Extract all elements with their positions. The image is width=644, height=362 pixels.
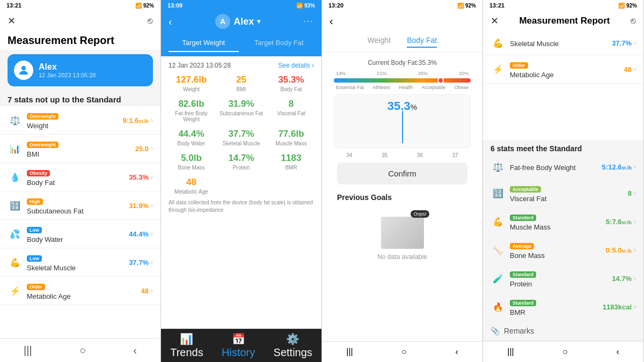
p4-value-1: 8 <box>628 189 632 197</box>
p4-badge-2: Standard <box>510 212 606 222</box>
p4-nav: ||| ○ ‹ <box>483 341 643 362</box>
p2-more-icon[interactable]: ··· <box>304 17 314 26</box>
p2-grid: 127.6lb Weight 25 BMI 35.3% Body Fat 82.… <box>169 75 314 195</box>
p2-stat-item: 35.3% Body Fat <box>268 75 314 92</box>
tab-body-fat[interactable]: Body Fat <box>407 36 437 48</box>
p3-back-icon[interactable]: ‹ <box>330 15 333 27</box>
p4-top-stat-item[interactable]: ⚡ Older Metabolic Age 48 › <box>483 55 643 84</box>
p2-back-icon[interactable]: ‹ <box>169 16 172 28</box>
p4-stat-item[interactable]: 🔢 Acceptable Visceral Fat 8 › <box>483 179 643 208</box>
nav-back-icon-1[interactable]: ‹ <box>133 344 137 357</box>
p2-stat-item: 5.0lb Bone Mass <box>169 153 214 171</box>
list-item[interactable]: 🔢 High Subcutaneous Fat 31.9% › <box>0 191 160 220</box>
p2-avatar: A <box>215 14 230 29</box>
page-title-1: Measurement Report <box>0 31 160 50</box>
p4-stat-item[interactable]: 🦴 Average Bone Mass 0:5.0st.lb › <box>483 236 643 264</box>
p4-arrow-4: › <box>634 275 636 282</box>
p4-value-5: 1183kcal <box>603 303 632 311</box>
p2-stat-val-1: 25 <box>218 75 264 85</box>
list-item[interactable]: 💦 Low Body Water 44.4% › <box>0 220 160 248</box>
p4-icon-3: 🦴 <box>491 242 506 257</box>
p4-share-icon[interactable]: ⎋ <box>631 16 636 26</box>
p3-nav: ||| ○ ‹ <box>322 341 482 362</box>
p2-nav-label-2: Settings <box>274 346 312 359</box>
p3-chart-area: 35.3% <box>334 94 471 148</box>
p2-stat-label-3: Fat-free Body Weight <box>169 110 214 122</box>
list-item[interactable]: ⚖️ Overweight Weight 9:1.6st.lb › <box>0 106 160 135</box>
p2-nav-item-history[interactable]: 📅 History <box>222 333 255 359</box>
item-info-1: Overweight BMI <box>27 139 135 158</box>
p2-see-details[interactable]: See details › <box>278 62 314 69</box>
user-name-1: Alex <box>39 62 96 72</box>
close-icon[interactable]: ✕ <box>8 15 16 27</box>
list-item[interactable]: 💧 Obesity Body Fat 35.3% › <box>0 163 160 191</box>
p4-top-info-1: Older Metabolic Age <box>510 60 624 79</box>
battery-icon-2: 93% <box>304 3 315 9</box>
p2-stat-val-6: 44.4% <box>169 129 214 139</box>
list-item[interactable]: ⚡ Older Metabolic Age 48 › <box>0 277 160 305</box>
p2-nav-item-settings[interactable]: ⚙️ Settings <box>274 333 312 359</box>
item-arrow-6: › <box>151 287 153 294</box>
p3-gauge-marker <box>437 77 444 84</box>
nav-back-icon-3[interactable]: ‹ <box>455 347 458 357</box>
nav-home-icon-1[interactable]: ○ <box>79 344 86 357</box>
time-2: 13:09 <box>167 2 182 9</box>
p4-stat-item[interactable]: 💪 Standard Muscle Mass 5:7.6st.lb › <box>483 208 643 236</box>
p4-info-1: Acceptable Visceral Fat <box>510 183 628 203</box>
p2-stat-item: 82.6lb Fat-free Body Weight <box>169 99 214 122</box>
avatar-1 <box>14 61 33 80</box>
p4-remarks: 📎 Remarks <box>483 321 643 341</box>
nav-home-icon-3[interactable]: ○ <box>401 347 407 357</box>
p4-top-stat-item[interactable]: 💪 Skeletal Muscle 37.7% › <box>483 31 643 55</box>
p2-stat-item: 127.6lb Weight <box>169 75 214 92</box>
p4-info-5: Standard BMR <box>510 297 603 316</box>
p4-value-3: 0:5.0st.lb <box>606 246 632 254</box>
battery-icon-3: 92% <box>465 3 476 9</box>
item-label-5: Skeletal Muscle <box>27 264 129 272</box>
p4-top-arrow-1: › <box>634 65 636 73</box>
p1-header: ✕ ⎋ <box>0 11 160 31</box>
p3-chart-xlabels: 34353637 <box>330 152 475 158</box>
p2-stat-item: 25 BMI <box>218 75 264 92</box>
item-value-2: 35.3% <box>129 173 149 181</box>
list-item[interactable]: 📊 Overweight BMI 25.0 › <box>0 135 160 163</box>
p4-icon-4: 🧪 <box>491 271 506 286</box>
p2-stat-item: 77.6lb Muscle Mass <box>268 129 314 146</box>
item-value-1: 25.0 <box>135 145 149 153</box>
p3-current-label: Current Body Fat:35.3% <box>330 59 475 67</box>
item-arrow-1: › <box>151 145 153 152</box>
nav-menu-icon-4[interactable]: ||| <box>507 347 514 357</box>
p4-stat-item[interactable]: ⚖️ Fat-free Body Weight 5:12.6st.lb › <box>483 155 643 179</box>
p2-chevron-icon[interactable]: ▾ <box>257 18 260 25</box>
nav-home-icon-4[interactable]: ○ <box>562 347 568 357</box>
nav-menu-icon-1[interactable]: ||| <box>24 344 32 357</box>
p4-arrow-0: › <box>634 163 636 171</box>
p4-stat-item[interactable]: 🔥 Standard BMR 1183kcal › <box>483 293 643 321</box>
p2-date: 12 Jan 2023 13:05:28 <box>169 62 231 69</box>
p4-top-info-0: Skeletal Muscle <box>510 39 612 48</box>
item-info-3: High Subcutaneous Fat <box>27 196 129 215</box>
p1-nav: ||| ○ ‹ <box>0 338 160 362</box>
p2-nav-item-trends[interactable]: 📊 Trends <box>170 333 203 359</box>
tab-weight[interactable]: Weight <box>368 36 391 48</box>
user-card-1: Alex 12 Jan 2023 13:05:28 <box>8 54 153 86</box>
p2-header: ‹ A Alex ▾ ··· <box>161 11 321 34</box>
p4-close-icon[interactable]: ✕ <box>491 15 499 27</box>
item-value-4: 44.4% <box>129 230 149 238</box>
svg-point-0 <box>21 66 26 70</box>
share-icon[interactable]: ⎋ <box>148 16 153 26</box>
list-item[interactable]: 💪 Low Skeletal Muscle 37.7% › <box>0 248 160 277</box>
item-value-5: 37.7% <box>129 258 149 267</box>
confirm-button[interactable]: Confirm <box>337 162 467 184</box>
nav-menu-icon-3[interactable]: ||| <box>346 347 353 357</box>
p2-nav-label-1: History <box>222 346 255 359</box>
item-badge-3: High <box>27 196 129 206</box>
p4-top-value-0: 37.7% <box>612 39 632 47</box>
p4-stat-item[interactable]: 🧪 Standard Protein 14.7% › <box>483 264 643 293</box>
p4-top-value-1: 48 <box>624 65 632 73</box>
p2-tab-0[interactable]: Target Weight <box>169 34 239 52</box>
p4-top-icon-1: ⚡ <box>491 62 506 77</box>
nav-back-icon-4[interactable]: ‹ <box>616 347 619 357</box>
p2-meta: 12 Jan 2023 13:05:28 See details › <box>169 62 314 69</box>
p2-tab-1[interactable]: Target Body Fat <box>244 34 314 52</box>
